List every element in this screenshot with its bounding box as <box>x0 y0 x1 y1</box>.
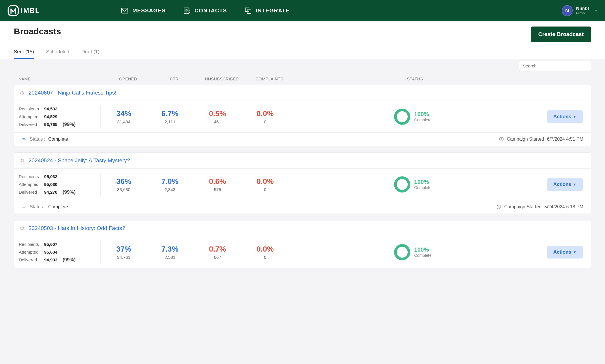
opened-cell: 36% 33,630 <box>101 177 147 192</box>
clock-icon <box>499 137 504 142</box>
logo-text: IMBL <box>21 7 40 15</box>
nav-messages-label: MESSAGES <box>132 7 166 14</box>
chevron-down-icon: ▼ <box>573 250 576 254</box>
mail-icon <box>121 7 128 14</box>
card-footer: Status : Complete Campaign Started 6/7/2… <box>14 132 591 146</box>
recipients-block: Recipients Attempted Delivered 95,607 95… <box>19 240 101 264</box>
value-attempted: 95,030 <box>44 180 57 188</box>
search-input[interactable] <box>519 61 591 71</box>
broadcast-link[interactable]: 20240503 - Hats In History: Odd Facts? <box>29 225 125 231</box>
columns-header: NAME OPENED CTR UNSUBSCRIBED COMPLAINTS … <box>14 73 591 85</box>
progress-donut-icon <box>394 109 410 125</box>
broadcast-card: 20240607 - Ninja Cat's Fitness Tips! Rec… <box>14 85 591 146</box>
label-delivered: Delivered <box>19 188 39 196</box>
avatar: N <box>562 5 573 16</box>
user-name: Nimbl <box>576 6 589 11</box>
unsub-cell: 0.6% 575 <box>193 177 242 192</box>
complaints-cell: 0.0% 0 <box>242 177 288 192</box>
svg-rect-1 <box>121 8 128 13</box>
label-delivered: Delivered <box>19 120 39 128</box>
opened-cell: 34% 31,434 <box>101 109 147 124</box>
complaints-cell: 0.0% 0 <box>242 109 288 124</box>
logo-icon <box>7 4 20 17</box>
megaphone-icon <box>19 158 25 163</box>
value-recipients: 94,532 <box>44 105 57 113</box>
page-title: Broadcasts <box>14 27 61 36</box>
recipients-block: Recipients Attempted Delivered 94,532 94… <box>19 105 101 128</box>
col-complaints: COMPLAINTS <box>246 77 293 81</box>
value-attempted: 95,604 <box>44 248 57 256</box>
status-cell: 100% Complete <box>288 244 537 260</box>
delivered-pct: (99%) <box>63 122 76 128</box>
progress-donut-icon <box>394 176 410 193</box>
nav-contacts[interactable]: CONTACTS <box>183 7 227 14</box>
value-recipients: 95,607 <box>44 240 57 248</box>
logo[interactable]: IMBL <box>7 4 40 17</box>
page-top: Broadcasts Create Broadcast Sent (15) Sc… <box>0 21 605 59</box>
unsub-cell: 0.7% 667 <box>193 245 242 260</box>
integrate-icon <box>244 7 252 14</box>
app-header: IMBL MESSAGES CONTACTS INTEGRATE N Nimbl… <box>0 0 605 21</box>
svg-point-3 <box>186 9 187 11</box>
col-status: STATUS <box>293 77 537 81</box>
actions-button[interactable]: Actions ▼ <box>547 246 583 259</box>
label-attempted: Attempted <box>19 180 39 188</box>
megaphone-icon <box>19 225 25 231</box>
tab-scheduled[interactable]: Scheduled <box>46 49 69 59</box>
ctr-cell: 7.0% 2,343 <box>147 177 193 192</box>
nav-integrate-label: INTEGRATE <box>256 7 290 14</box>
status-icon <box>22 137 27 142</box>
ctr-cell: 7.3% 2,531 <box>147 245 193 260</box>
chevron-down-icon: ▼ <box>573 182 576 186</box>
chevron-down-icon: ▼ <box>573 115 576 119</box>
clock-icon <box>496 204 501 210</box>
broadcast-link[interactable]: 20240524 - Space Jelly: A Tasty Mystery? <box>29 157 130 164</box>
broadcast-card: 20240524 - Space Jelly: A Tasty Mystery?… <box>14 152 591 214</box>
tabs: Sent (15) Scheduled Draft (1) <box>14 49 591 59</box>
label-delivered: Delivered <box>19 256 39 264</box>
value-delivered: 94,903 <box>44 256 57 264</box>
svg-rect-0 <box>8 5 18 16</box>
status-icon <box>22 204 27 210</box>
recipients-block: Recipients Attempted Delivered 95,032 95… <box>19 173 101 196</box>
col-opened: OPENED <box>105 77 151 81</box>
broadcast-link[interactable]: 20240607 - Ninja Cat's Fitness Tips! <box>29 90 117 96</box>
tab-draft[interactable]: Draft (1) <box>81 49 99 59</box>
label-recipients: Recipients <box>19 240 39 248</box>
main-nav: MESSAGES CONTACTS INTEGRATE <box>121 7 290 14</box>
label-attempted: Attempted <box>19 248 39 256</box>
megaphone-icon <box>19 90 25 96</box>
label-attempted: Attempted <box>19 113 39 120</box>
user-menu[interactable]: N Nimbl Nimbl ▼ <box>562 5 598 16</box>
user-org: Nimbl <box>576 11 589 15</box>
tab-sent[interactable]: Sent (15) <box>14 49 34 59</box>
value-delivered: 94,270 <box>44 188 57 196</box>
unsub-cell: 0.5% 461 <box>193 109 242 124</box>
complaints-cell: 0.0% 0 <box>242 245 288 260</box>
label-recipients: Recipients <box>19 105 39 113</box>
ctr-cell: 6.7% 2,111 <box>147 109 193 124</box>
value-recipients: 95,032 <box>44 173 57 180</box>
create-broadcast-button[interactable]: Create Broadcast <box>531 27 591 42</box>
delivered-pct: (99%) <box>63 257 76 264</box>
value-attempted: 94,529 <box>44 113 57 120</box>
actions-button[interactable]: Actions ▼ <box>547 178 583 191</box>
nav-contacts-label: CONTACTS <box>194 7 227 14</box>
value-delivered: 93,765 <box>44 120 57 128</box>
card-footer: Status : Complete Campaign Started 5/24/… <box>14 200 591 214</box>
col-unsubscribed: UNSUBSCRIBED <box>197 77 246 81</box>
contacts-icon <box>183 7 190 14</box>
progress-donut-icon <box>394 244 410 260</box>
nav-messages[interactable]: MESSAGES <box>121 7 166 14</box>
col-ctr: CTR <box>151 77 197 81</box>
status-cell: 100% Complete <box>288 109 537 125</box>
delivered-pct: (99%) <box>63 189 76 196</box>
broadcast-card: 20240503 - Hats In History: Odd Facts? R… <box>14 220 591 268</box>
nav-integrate[interactable]: INTEGRATE <box>244 7 290 14</box>
opened-cell: 37% 34,761 <box>101 245 147 260</box>
label-recipients: Recipients <box>19 173 39 180</box>
actions-button[interactable]: Actions ▼ <box>547 110 583 123</box>
chevron-down-icon: ▼ <box>594 8 598 13</box>
col-name: NAME <box>18 77 105 81</box>
status-cell: 100% Complete <box>288 176 537 193</box>
